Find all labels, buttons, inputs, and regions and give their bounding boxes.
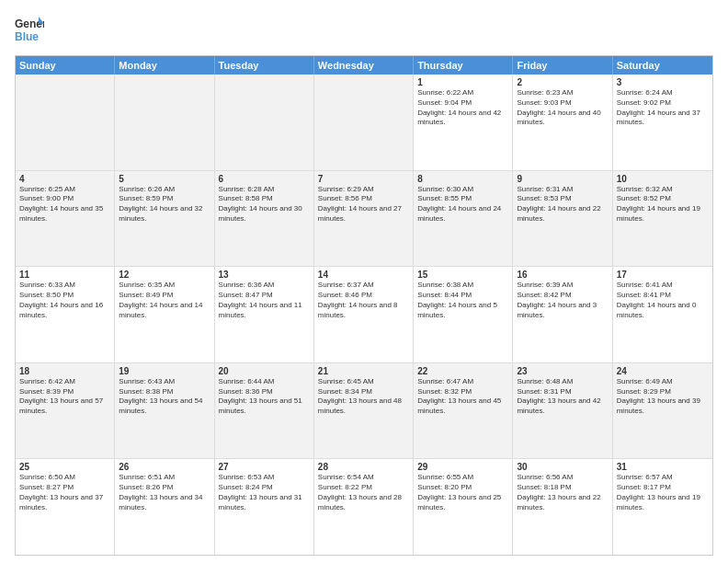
empty-cell-0-3 xyxy=(314,75,414,170)
svg-text:Blue: Blue xyxy=(15,30,39,43)
day-cell-13: 13Sunrise: 6:36 AM Sunset: 8:47 PM Dayli… xyxy=(215,267,314,362)
day-number-23: 23 xyxy=(517,366,608,376)
empty-cell-0-1 xyxy=(115,75,214,170)
day-cell-29: 29Sunrise: 6:55 AM Sunset: 8:20 PM Dayli… xyxy=(414,459,513,555)
day-number-8: 8 xyxy=(417,174,508,184)
day-cell-5: 5Sunrise: 6:26 AM Sunset: 8:59 PM Daylig… xyxy=(115,171,214,267)
day-cell-10: 10Sunrise: 6:32 AM Sunset: 8:52 PM Dayli… xyxy=(613,171,712,267)
day-info-19: Sunrise: 6:43 AM Sunset: 8:38 PM Dayligh… xyxy=(119,377,210,417)
day-number-1: 1 xyxy=(417,77,508,87)
day-cell-18: 18Sunrise: 6:42 AM Sunset: 8:39 PM Dayli… xyxy=(16,363,115,459)
header-day-sunday: Sunday xyxy=(16,56,115,75)
day-cell-30: 30Sunrise: 6:56 AM Sunset: 8:18 PM Dayli… xyxy=(513,459,612,555)
day-info-31: Sunrise: 6:57 AM Sunset: 8:17 PM Dayligh… xyxy=(617,473,709,512)
calendar-row-4: 25Sunrise: 6:50 AM Sunset: 8:27 PM Dayli… xyxy=(16,459,712,555)
day-info-8: Sunrise: 6:30 AM Sunset: 8:55 PM Dayligh… xyxy=(417,185,508,224)
day-cell-15: 15Sunrise: 6:38 AM Sunset: 8:44 PM Dayli… xyxy=(414,267,513,362)
day-info-12: Sunrise: 6:35 AM Sunset: 8:49 PM Dayligh… xyxy=(119,281,210,320)
day-cell-1: 1Sunrise: 6:22 AM Sunset: 9:04 PM Daylig… xyxy=(414,75,513,170)
day-cell-4: 4Sunrise: 6:25 AM Sunset: 9:00 PM Daylig… xyxy=(16,171,115,267)
day-number-22: 22 xyxy=(417,366,508,376)
day-info-24: Sunrise: 6:49 AM Sunset: 8:29 PM Dayligh… xyxy=(617,377,709,417)
day-cell-20: 20Sunrise: 6:44 AM Sunset: 8:36 PM Dayli… xyxy=(215,363,314,459)
day-number-19: 19 xyxy=(119,366,210,376)
day-info-22: Sunrise: 6:47 AM Sunset: 8:32 PM Dayligh… xyxy=(417,377,508,417)
day-number-27: 27 xyxy=(219,462,310,472)
day-info-21: Sunrise: 6:45 AM Sunset: 8:34 PM Dayligh… xyxy=(318,377,409,417)
day-cell-25: 25Sunrise: 6:50 AM Sunset: 8:27 PM Dayli… xyxy=(16,459,115,555)
day-cell-19: 19Sunrise: 6:43 AM Sunset: 8:38 PM Dayli… xyxy=(115,363,214,459)
day-number-13: 13 xyxy=(219,270,310,280)
day-number-11: 11 xyxy=(19,270,110,280)
day-number-17: 17 xyxy=(617,270,709,280)
day-cell-21: 21Sunrise: 6:45 AM Sunset: 8:34 PM Dayli… xyxy=(314,363,414,459)
header: General Blue xyxy=(15,15,713,46)
day-info-7: Sunrise: 6:29 AM Sunset: 8:56 PM Dayligh… xyxy=(318,185,409,224)
day-cell-11: 11Sunrise: 6:33 AM Sunset: 8:50 PM Dayli… xyxy=(16,267,115,362)
header-day-thursday: Thursday xyxy=(414,56,513,75)
logo: General Blue xyxy=(15,15,44,46)
day-cell-23: 23Sunrise: 6:48 AM Sunset: 8:31 PM Dayli… xyxy=(513,363,612,459)
day-cell-24: 24Sunrise: 6:49 AM Sunset: 8:29 PM Dayli… xyxy=(613,363,712,459)
day-number-21: 21 xyxy=(318,366,409,376)
header-day-tuesday: Tuesday xyxy=(215,56,314,75)
day-cell-31: 31Sunrise: 6:57 AM Sunset: 8:17 PM Dayli… xyxy=(613,459,712,555)
day-number-15: 15 xyxy=(417,270,508,280)
day-info-14: Sunrise: 6:37 AM Sunset: 8:46 PM Dayligh… xyxy=(318,281,409,320)
day-info-30: Sunrise: 6:56 AM Sunset: 8:18 PM Dayligh… xyxy=(517,473,608,512)
day-number-30: 30 xyxy=(517,462,608,472)
day-info-2: Sunrise: 6:23 AM Sunset: 9:03 PM Dayligh… xyxy=(517,88,608,128)
header-day-friday: Friday xyxy=(513,56,612,75)
day-cell-22: 22Sunrise: 6:47 AM Sunset: 8:32 PM Dayli… xyxy=(414,363,513,459)
day-number-18: 18 xyxy=(19,366,110,376)
day-info-15: Sunrise: 6:38 AM Sunset: 8:44 PM Dayligh… xyxy=(417,281,508,320)
day-number-4: 4 xyxy=(19,174,110,184)
day-cell-17: 17Sunrise: 6:41 AM Sunset: 8:41 PM Dayli… xyxy=(613,267,712,362)
day-info-23: Sunrise: 6:48 AM Sunset: 8:31 PM Dayligh… xyxy=(517,377,608,417)
day-number-16: 16 xyxy=(517,270,608,280)
day-info-16: Sunrise: 6:39 AM Sunset: 8:42 PM Dayligh… xyxy=(517,281,608,320)
day-number-6: 6 xyxy=(219,174,310,184)
day-info-11: Sunrise: 6:33 AM Sunset: 8:50 PM Dayligh… xyxy=(19,281,110,320)
day-number-3: 3 xyxy=(617,77,709,87)
empty-cell-0-2 xyxy=(215,75,314,170)
day-cell-7: 7Sunrise: 6:29 AM Sunset: 8:56 PM Daylig… xyxy=(314,171,414,267)
day-info-18: Sunrise: 6:42 AM Sunset: 8:39 PM Dayligh… xyxy=(19,377,110,417)
day-info-27: Sunrise: 6:53 AM Sunset: 8:24 PM Dayligh… xyxy=(219,473,310,512)
header-day-monday: Monday xyxy=(115,56,214,75)
day-cell-8: 8Sunrise: 6:30 AM Sunset: 8:55 PM Daylig… xyxy=(414,171,513,267)
day-info-13: Sunrise: 6:36 AM Sunset: 8:47 PM Dayligh… xyxy=(219,281,310,320)
day-info-29: Sunrise: 6:55 AM Sunset: 8:20 PM Dayligh… xyxy=(417,473,508,512)
day-cell-12: 12Sunrise: 6:35 AM Sunset: 8:49 PM Dayli… xyxy=(115,267,214,362)
day-cell-6: 6Sunrise: 6:28 AM Sunset: 8:58 PM Daylig… xyxy=(215,171,314,267)
day-info-5: Sunrise: 6:26 AM Sunset: 8:59 PM Dayligh… xyxy=(119,185,210,224)
day-info-26: Sunrise: 6:51 AM Sunset: 8:26 PM Dayligh… xyxy=(119,473,210,512)
day-number-31: 31 xyxy=(617,462,709,472)
day-cell-3: 3Sunrise: 6:24 AM Sunset: 9:02 PM Daylig… xyxy=(613,75,712,170)
day-number-12: 12 xyxy=(119,270,210,280)
calendar-body: 1Sunrise: 6:22 AM Sunset: 9:04 PM Daylig… xyxy=(16,75,712,555)
calendar-header: SundayMondayTuesdayWednesdayThursdayFrid… xyxy=(16,56,712,75)
day-cell-28: 28Sunrise: 6:54 AM Sunset: 8:22 PM Dayli… xyxy=(314,459,414,555)
logo-icon: General Blue xyxy=(15,15,44,46)
day-cell-9: 9Sunrise: 6:31 AM Sunset: 8:53 PM Daylig… xyxy=(513,171,612,267)
header-day-saturday: Saturday xyxy=(613,56,712,75)
day-number-10: 10 xyxy=(617,174,709,184)
day-info-9: Sunrise: 6:31 AM Sunset: 8:53 PM Dayligh… xyxy=(517,185,608,224)
calendar-row-1: 4Sunrise: 6:25 AM Sunset: 9:00 PM Daylig… xyxy=(16,171,712,268)
day-cell-16: 16Sunrise: 6:39 AM Sunset: 8:42 PM Dayli… xyxy=(513,267,612,362)
page: General Blue SundayMondayTuesdayWednesda… xyxy=(0,0,728,563)
day-cell-26: 26Sunrise: 6:51 AM Sunset: 8:26 PM Dayli… xyxy=(115,459,214,555)
day-cell-14: 14Sunrise: 6:37 AM Sunset: 8:46 PM Dayli… xyxy=(314,267,414,362)
day-number-2: 2 xyxy=(517,77,608,87)
day-number-20: 20 xyxy=(219,366,310,376)
day-info-25: Sunrise: 6:50 AM Sunset: 8:27 PM Dayligh… xyxy=(19,473,110,512)
calendar: SundayMondayTuesdayWednesdayThursdayFrid… xyxy=(15,55,713,556)
header-day-wednesday: Wednesday xyxy=(314,56,414,75)
day-cell-27: 27Sunrise: 6:53 AM Sunset: 8:24 PM Dayli… xyxy=(215,459,314,555)
calendar-row-0: 1Sunrise: 6:22 AM Sunset: 9:04 PM Daylig… xyxy=(16,75,712,171)
day-info-6: Sunrise: 6:28 AM Sunset: 8:58 PM Dayligh… xyxy=(219,185,310,224)
day-number-28: 28 xyxy=(318,462,409,472)
day-number-24: 24 xyxy=(617,366,709,376)
day-number-5: 5 xyxy=(119,174,210,184)
